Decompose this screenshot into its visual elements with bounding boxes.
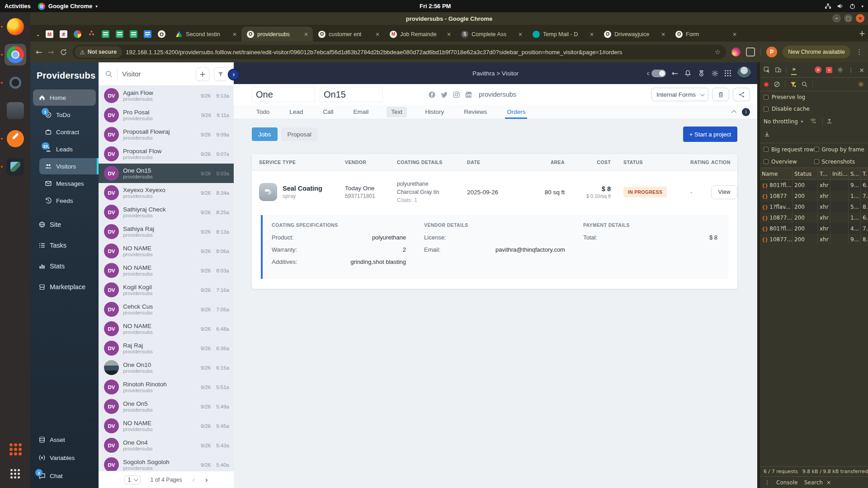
internal-forms-select[interactable]: Internal Forms — [651, 88, 708, 101]
brand-logo[interactable]: Providersubs — [30, 67, 99, 89]
sidebar-item-asset[interactable]: Asset — [33, 432, 96, 448]
pinned-tab-sheets-2[interactable] — [116, 30, 123, 38]
list-item[interactable]: DV Cehck Cus providersubs 9/26 7:05a — [99, 300, 234, 319]
devtools-close-icon[interactable]: × — [859, 66, 864, 74]
tab-drivewayjuice[interactable]: O Drivewayjuice × — [599, 27, 670, 42]
collapse-panel-button[interactable]: › — [228, 69, 240, 80]
overview-checkbox[interactable] — [764, 159, 769, 164]
tab-lead[interactable]: Lead — [288, 105, 305, 119]
list-item[interactable]: DV One On10 providersubs 9/26 6:15a — [99, 358, 234, 377]
network-table-header[interactable]: Name Status T... Initi... S... T. — [760, 168, 868, 180]
tab-close-icon[interactable]: × — [590, 31, 594, 38]
more-panels-icon[interactable]: » — [791, 65, 797, 75]
dock-files-app[interactable] — [5, 100, 26, 122]
list-item[interactable]: DV Rinotoh Rinotoh providersubs 9/26 5:5… — [99, 377, 234, 397]
sidebar-item-marketplace[interactable]: Marketplace — [33, 278, 96, 296]
errors-badge-icon[interactable]: × — [815, 66, 821, 73]
dock-firefox[interactable] — [5, 16, 26, 38]
minimize-button[interactable]: – — [832, 14, 841, 23]
start-project-button[interactable]: + Start a project — [683, 127, 737, 142]
tab-job-reminder[interactable]: M Job Remainde × — [384, 27, 456, 42]
list-item[interactable]: DV NO NAME providersubs 9/26 6:48a — [99, 319, 234, 338]
jobs-toggle-button[interactable]: Jobs — [252, 127, 278, 141]
share-button[interactable] — [733, 88, 750, 101]
close-button[interactable]: × — [856, 14, 864, 23]
pinned-tab-asana[interactable] — [88, 30, 95, 38]
browser-menu-icon[interactable]: ⋮ — [856, 48, 863, 56]
tab-complete-ass[interactable]: S Complete Ass × — [456, 27, 527, 42]
issues-badge-icon[interactable]: × — [826, 67, 832, 73]
column-header[interactable]: Name — [760, 168, 793, 179]
sidebar-item-tasks[interactable]: Tasks — [33, 237, 96, 254]
not-secure-chip[interactable]: ⚠ Not secure — [75, 46, 123, 58]
network-request-row[interactable]: {}10877... 200 xhr 9... 8. — [760, 234, 868, 245]
sidebar-item-stats[interactable]: Stats — [33, 258, 96, 275]
toggle-switch[interactable] — [651, 70, 666, 77]
tab-close-icon[interactable]: × — [661, 31, 665, 38]
column-header[interactable]: T. — [861, 168, 868, 179]
reload-button[interactable] — [60, 48, 67, 56]
drawer-tab-search[interactable]: Search × — [804, 479, 831, 486]
proposal-toggle-button[interactable]: Proposal — [281, 127, 318, 141]
next-page-button[interactable]: › — [205, 475, 208, 484]
tab-call[interactable]: Call — [321, 105, 335, 119]
app-menu[interactable]: Google Chrome ▾ — [38, 3, 98, 10]
network-request-row[interactable]: {}10877... 200 xhr 1... 6. — [760, 212, 868, 223]
drawer-close-icon[interactable]: × — [826, 479, 831, 486]
user-avatar[interactable] — [737, 66, 751, 80]
instagram-icon[interactable] — [453, 91, 460, 99]
forward-button[interactable]: → — [47, 47, 54, 56]
network-search-icon[interactable] — [801, 81, 808, 88]
window-titlebar[interactable]: providersubs - Google Chrome – □ × — [30, 12, 868, 25]
tab-temp-mail[interactable]: Temp Mail - D × — [527, 27, 599, 42]
list-item[interactable]: DV NO NAME providersubs 9/26 5:45a — [99, 416, 234, 436]
sidebar-item-feeds[interactable]: Feeds — [39, 192, 96, 209]
device-toolbar-icon[interactable] — [775, 66, 782, 73]
import-har-icon[interactable] — [826, 117, 833, 126]
filter-button[interactable] — [214, 67, 227, 81]
rewards-medal-icon[interactable] — [698, 70, 705, 77]
network-request-row[interactable]: {}10877 200 xhr 1... 7. — [760, 191, 868, 202]
clear-network-icon[interactable] — [774, 81, 780, 88]
dock-pen-app[interactable] — [5, 128, 26, 150]
dock-dots-app[interactable] — [5, 438, 26, 460]
network-request-row[interactable]: {}801?fl... 200 xhr 9... 6. — [760, 180, 868, 191]
network-settings-gear-icon[interactable] — [858, 81, 864, 88]
maximize-button[interactable]: □ — [844, 14, 853, 23]
tab-close-icon[interactable]: × — [375, 31, 380, 38]
sidebar-item-site[interactable]: Site — [33, 216, 96, 233]
throttling-select[interactable]: No throttling — [764, 118, 798, 125]
pinned-tab-sheets-3[interactable] — [130, 30, 137, 38]
pinned-tab-docs[interactable] — [144, 30, 151, 38]
new-tab-button[interactable]: + — [859, 29, 865, 38]
url-text[interactable]: 192.168.1.125:4200/providersubs.folllow.… — [126, 49, 711, 56]
info-icon[interactable]: i — [742, 108, 750, 116]
tab-second-testing[interactable]: Second testin × — [170, 27, 241, 42]
tab-text[interactable]: Text — [387, 107, 407, 117]
add-visitor-button[interactable]: + — [196, 67, 209, 81]
pinned-tab-slack[interactable]: # — [60, 30, 67, 38]
dock-chrome[interactable] — [5, 44, 26, 66]
list-item[interactable]: DV Sogoloh Sogoloh providersubs 9/26 5:4… — [99, 455, 234, 471]
list-item[interactable]: DV NO NAME providersubs 9/26 8:03a — [99, 261, 234, 280]
sidebar-item-variables[interactable]: Variables — [33, 450, 96, 466]
pinned-tab-circle-app[interactable] — [74, 30, 81, 38]
column-header[interactable]: Status — [793, 168, 818, 179]
list-item[interactable]: DV One On4 providersubs 9/26 5:43a — [99, 436, 234, 455]
tab-close-icon[interactable]: × — [304, 31, 308, 38]
network-conditions-icon[interactable] — [810, 117, 816, 126]
extension-icon-2[interactable] — [746, 47, 755, 56]
tab-providersubs[interactable]: O providersubs × — [241, 27, 313, 42]
sidebar-item-home[interactable]: Home — [33, 89, 96, 106]
back-button[interactable]: ← — [36, 47, 42, 56]
list-item[interactable]: DV One On15 providersubs 9/26 9:03a — [99, 164, 234, 183]
first-name-field[interactable]: One — [252, 87, 315, 102]
list-item[interactable]: DV Again Flow providersubs 9/26 9:13a — [99, 86, 234, 105]
list-item[interactable]: DV Sathiya Raj providersubs 9/26 8:13a — [99, 222, 234, 241]
tab-close-icon[interactable]: × — [732, 31, 737, 38]
compact-toggle[interactable]: c — [647, 70, 666, 77]
devtools-menu-icon[interactable]: ⋮ — [848, 67, 854, 73]
power-icon[interactable] — [849, 3, 856, 9]
volume-icon[interactable] — [837, 3, 844, 9]
sidebar-item-todo[interactable]: 1 ToDo — [39, 107, 96, 123]
